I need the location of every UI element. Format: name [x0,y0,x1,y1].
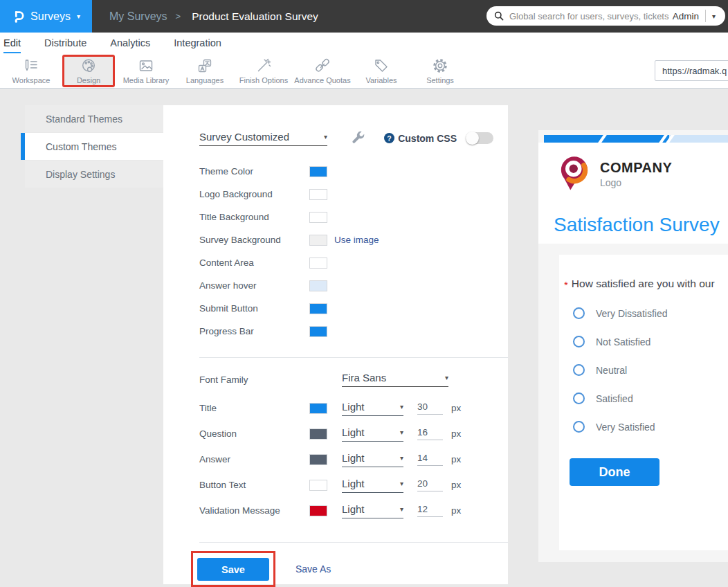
workspace-icon [23,57,39,74]
theme-select[interactable]: Survey Customized ▾ [199,131,327,146]
tab-edit[interactable]: Edit [3,33,21,53]
radio-icon[interactable] [573,364,585,376]
toolbar-design-button[interactable]: Design [62,55,115,87]
toolbar-label: Media Library [123,76,170,84]
radio-option-neutral[interactable]: Neutral [573,364,627,376]
app-logo-menu[interactable]: Surveys ▾ [0,0,92,33]
radio-option-very-dissatisfied[interactable]: Very Dissatisfied [573,307,667,319]
radio-icon[interactable] [573,421,585,433]
toolbar-workspace-button[interactable]: Workspace [3,55,59,87]
admin-dropdown-icon[interactable]: ▾ [706,12,718,20]
font-color-swatch[interactable] [309,428,327,440]
color-swatch[interactable] [309,189,327,200]
color-row-label: Survey Background [199,235,309,245]
chevron-down-icon: ▾ [77,12,80,20]
breadcrumb-current-survey: Product Evaluation Survey [192,10,318,23]
font-size-input[interactable]: 20 [417,478,443,491]
custom-css-control: Custom CSS [398,132,508,144]
breadcrumb-my-surveys[interactable]: My Surveys [109,10,167,23]
chevron-down-icon: ▾ [400,428,403,436]
toolbar-languages-button[interactable]: Languages [177,55,233,87]
color-row-content-area: Content Area [199,251,508,274]
toolbar-finish-options-button[interactable]: Finish Options [236,55,291,87]
sidebar-item-standard-themes[interactable]: Standard Themes [25,105,163,132]
survey-url-input[interactable] [655,60,728,81]
font-family-select[interactable]: Fira Sans ▾ [342,372,448,387]
font-color-swatch[interactable] [309,454,327,465]
color-swatch[interactable] [309,212,327,223]
font-size-input[interactable]: 14 [417,453,443,466]
option-label: Very Dissatisfied [596,308,667,319]
toolbar-settings-button[interactable]: Settings [412,55,468,87]
color-row-survey-background: Survey Background Use image [199,228,508,251]
radio-option-very-satisfied[interactable]: Very Satisfied [573,421,655,433]
required-asterisk: * [564,279,568,291]
unit-label: px [451,480,461,490]
sidebar-item-display-settings[interactable]: Display Settings [25,161,163,188]
font-weight-select[interactable]: Light ▾ [342,401,403,416]
chevron-down-icon: ▾ [400,505,403,513]
custom-css-toggle[interactable] [466,132,493,144]
color-swatch[interactable] [309,235,327,246]
unit-label: px [451,403,461,413]
font-size-input[interactable]: 16 [417,427,443,440]
radio-option-satisfied[interactable]: Satisfied [573,392,633,404]
color-row-theme-color: Theme Color [199,160,508,183]
color-row-label: Title Background [199,212,309,222]
tab-distribute[interactable]: Distribute [44,33,87,53]
font-size-input[interactable]: 30 [417,401,443,415]
wrench-icon[interactable] [350,130,366,146]
company-name: COMPANY [600,160,672,176]
tab-integration[interactable]: Integration [174,33,221,53]
preview-progress-bar [544,135,728,143]
help-icon[interactable]: ? [384,133,394,143]
toolbar-variables-button[interactable]: Variables [354,55,409,87]
font-weight-select[interactable]: Light ▾ [342,503,403,518]
global-search[interactable]: Global search for users, surveys, ticket… [486,6,725,26]
radio-icon[interactable] [573,307,585,319]
toolbar-advance-quotas-button[interactable]: Advance Quotas [295,55,350,87]
chevron-down-icon: ▾ [400,454,403,462]
font-weight-select[interactable]: Light ▾ [342,452,403,467]
save-button[interactable]: Save [197,558,269,581]
color-swatch[interactable] [309,326,327,337]
radio-option-not-satisfied[interactable]: Not Satisfied [573,336,650,347]
custom-css-label: Custom CSS [398,133,457,144]
admin-menu-label[interactable]: Admin [673,11,699,21]
font-color-swatch[interactable] [309,403,327,414]
color-swatch[interactable] [309,166,327,177]
color-swatch[interactable] [309,280,327,291]
font-row-answer: Answer Light ▾ 14 px [199,446,508,472]
toolbar-label: Settings [426,76,454,84]
save-as-link[interactable]: Save As [295,563,331,575]
font-color-swatch[interactable] [309,480,327,491]
font-row-question: Question Light ▾ 16 px [199,421,508,446]
font-weight-value: Light [342,426,365,438]
question-line: * How satisfied are you with our [564,278,728,291]
use-image-link[interactable]: Use image [334,235,379,245]
unit-label: px [451,428,461,439]
font-weight-select[interactable]: Light ▾ [342,426,403,442]
font-weight-value: Light [342,478,365,489]
done-button[interactable]: Done [570,458,659,486]
font-weight-select[interactable]: Light ▾ [342,478,403,493]
font-weight-value: Light [342,503,365,515]
color-swatch[interactable] [309,258,327,269]
survey-preview-title: Satisfaction Survey [554,214,720,236]
tab-analytics[interactable]: Analytics [110,33,150,53]
font-size-input[interactable]: 12 [417,504,443,517]
color-row-label: Theme Color [199,166,309,177]
product-name: Surveys [30,10,71,23]
color-row-logo-background: Logo Background [199,183,508,206]
color-row-title-background: Title Background [199,206,508,228]
radio-icon[interactable] [573,392,585,404]
sidebar-item-custom-themes[interactable]: Custom Themes [21,133,163,160]
radio-icon[interactable] [573,336,585,347]
font-color-swatch[interactable] [309,505,327,516]
color-settings: Theme Color Logo Background Title Backgr… [199,160,508,343]
chevron-down-icon: ▾ [400,403,403,410]
toolbar-media-library-button[interactable]: Media Library [118,55,174,87]
font-family-row: Font Family Fira Sans ▾ [199,370,508,388]
color-swatch[interactable] [309,303,327,314]
search-placeholder[interactable]: Global search for users, surveys, ticket… [509,11,673,21]
